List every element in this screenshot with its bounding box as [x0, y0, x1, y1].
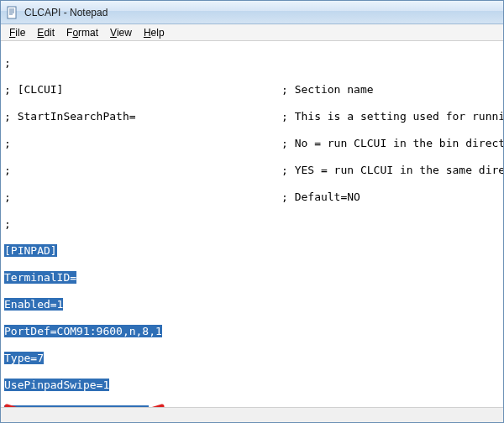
- text-line: ;: [4, 56, 11, 69]
- window-title: CLCAPI - Notepad: [24, 7, 108, 18]
- selected-text: UsePinpadSwipe=1: [4, 379, 109, 391]
- text-line: ;: [4, 164, 281, 177]
- comment-text: ; Section name: [281, 83, 374, 96]
- selected-text: QuickSetPinEntryData=0: [4, 405, 149, 407]
- comment-text: ; No = run CLCUI in the bin directo: [281, 137, 503, 149]
- menu-edit[interactable]: Edit: [32, 25, 60, 40]
- title-bar: CLCAPI - Notepad: [1, 1, 503, 24]
- text-line: ; StartInSearchPath=: [4, 110, 281, 123]
- menu-help[interactable]: Help: [139, 25, 170, 40]
- text-line: ;: [4, 191, 281, 204]
- menu-file[interactable]: File: [4, 25, 30, 40]
- selected-text: [PINPAD]: [4, 244, 57, 257]
- menu-view[interactable]: View: [105, 25, 137, 40]
- text-line: ;: [4, 137, 281, 150]
- selected-text: Type=7: [4, 352, 44, 364]
- menu-format[interactable]: Format: [61, 25, 103, 40]
- comment-text: ; YES = run CLCUI in the same direc: [281, 164, 503, 176]
- comment-text: ; This is a setting used for runnin: [281, 110, 503, 123]
- text-line: ;: [4, 217, 11, 230]
- selected-text: Enabled=1: [4, 298, 63, 311]
- editor-content[interactable]: ; ; [CLCUI]; Section name ; StartInSearc…: [1, 41, 503, 407]
- selected-text: TerminalID=: [4, 271, 76, 284]
- text-editor[interactable]: ; ; [CLCUI]; Section name ; StartInSearc…: [1, 41, 503, 407]
- notepad-icon: [6, 6, 19, 19]
- selected-text: PortDef=COM91:9600,n,8,1: [4, 325, 162, 337]
- comment-text: ; Default=NO: [281, 191, 360, 203]
- notepad-window: CLCAPI - Notepad File Edit Format View H…: [0, 0, 504, 423]
- menu-bar: File Edit Format View Help: [1, 24, 503, 41]
- status-bar: [1, 407, 503, 422]
- text-line: ; [CLCUI]: [4, 83, 281, 97]
